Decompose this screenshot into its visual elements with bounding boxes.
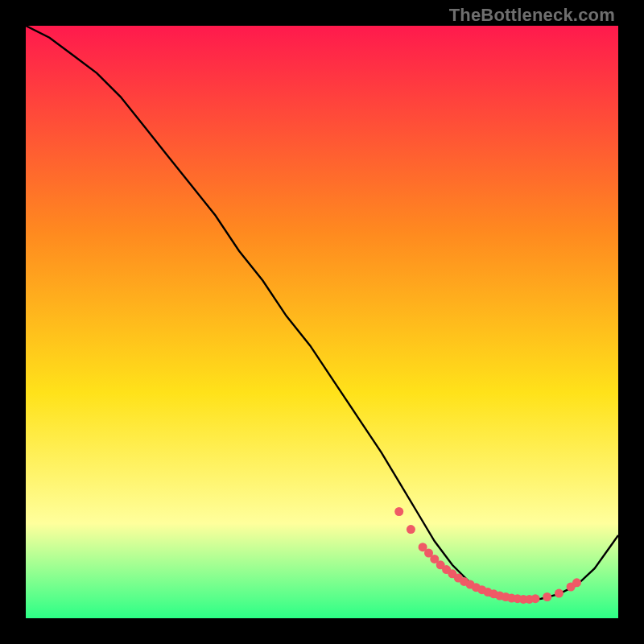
scatter-point [555, 589, 564, 598]
scatter-point [394, 507, 403, 516]
scatter-point [543, 592, 551, 601]
scatter-point [572, 578, 581, 587]
scatter-point [531, 594, 540, 603]
chart-svg [26, 26, 618, 618]
watermark-text: TheBottleneck.com [449, 5, 615, 26]
scatter-point [407, 525, 415, 534]
chart-plot-area [26, 26, 618, 618]
chart-background-gradient [26, 26, 618, 618]
